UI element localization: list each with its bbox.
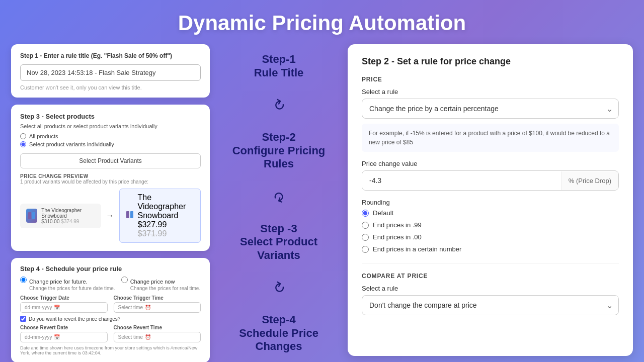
trigger-time-label: Choose Trigger Time bbox=[114, 295, 201, 301]
trigger-time-field: Choose Trigger Time Select time ⏰ bbox=[114, 295, 201, 313]
step4-card: Step 4 - Schedule your price rule Change… bbox=[11, 258, 210, 362]
step1-card: Step 1 - Enter a rule title (Eg. "Flash … bbox=[11, 44, 210, 98]
product-price-after: $327.99 $371.99 bbox=[138, 220, 195, 238]
revert-time-value: Select time bbox=[118, 334, 143, 340]
middle-labels-column: Step-1 Rule Title ↻ Step-2 Configure Pri… bbox=[216, 44, 342, 362]
step4-heading: Step 4 - Schedule your price rule bbox=[20, 265, 201, 273]
price-change-unit: % (Price Drop) bbox=[561, 171, 618, 190]
rounding-99: End prices in .99 bbox=[362, 221, 619, 229]
svg-rect-3 bbox=[130, 211, 133, 218]
rounding-00-label: End prices in .00 bbox=[373, 233, 422, 241]
trigger-date-value: dd-mm-yyyy bbox=[25, 305, 52, 310]
price-preview-section: PRICE CHANGE PREVIEW 1 product variants … bbox=[20, 173, 201, 243]
product-icon-before bbox=[26, 209, 37, 223]
step2-label: Step-2 Configure Pricing Rules bbox=[221, 131, 337, 170]
step4-label: Step-4 Schedule PriceChanges bbox=[239, 313, 318, 353]
svg-rect-1 bbox=[32, 212, 35, 219]
compare-rule-select[interactable]: Don't change the compare at price bbox=[362, 295, 619, 315]
calendar-icon2: 📅 bbox=[54, 334, 60, 340]
rounding-certain: End prices in a certain number bbox=[362, 245, 619, 253]
rounding-certain-label: End prices in a certain number bbox=[373, 245, 461, 253]
trigger-time-input[interactable]: Select time ⏰ bbox=[114, 302, 201, 313]
trigger-date-row: Choose Trigger Date dd-mm-yyyy 📅 Choose … bbox=[20, 295, 201, 313]
svg-rect-0 bbox=[28, 212, 31, 219]
compare-rule-select-wrapper: Don't change the compare at price ⌄ bbox=[362, 295, 619, 315]
revert-date-field: Choose Revert Date dd-mm-yyyy 📅 bbox=[20, 325, 108, 342]
trigger-date-field: Choose Trigger Date dd-mm-yyyy 📅 bbox=[20, 295, 108, 313]
product-icon-after bbox=[126, 211, 134, 221]
step3-radio2-row: Select product variants individually bbox=[20, 141, 201, 147]
product-name-after: The Videographer Snowboard bbox=[138, 193, 195, 220]
revert-date-input[interactable]: dd-mm-yyyy 📅 bbox=[20, 332, 108, 342]
revert-date-value: dd-mm-yyyy bbox=[25, 334, 52, 340]
rounding-label: Rounding bbox=[362, 199, 619, 206]
timezone-note: Date and time shown here uses timezone f… bbox=[20, 345, 201, 355]
step3-radio1-row: All products bbox=[20, 133, 201, 139]
revert-time-field: Choose Revert Time Select time ⏰ bbox=[114, 325, 201, 342]
step4-options-row: Change price for future. Change the pric… bbox=[20, 277, 201, 291]
now-desc: Change the prices for real time. bbox=[130, 286, 201, 291]
change-future-radio[interactable] bbox=[20, 277, 27, 283]
step3-card: Step 3 - Select products Select all prod… bbox=[11, 105, 210, 251]
price-change-input[interactable] bbox=[362, 171, 561, 190]
price-section-title: PRICE bbox=[362, 76, 619, 83]
clock-icon2: ⏰ bbox=[145, 334, 151, 340]
preview-product-after: The Videographer Snowboard $327.99 $371.… bbox=[119, 189, 201, 243]
preview-title: PRICE CHANGE PREVIEW bbox=[20, 173, 201, 179]
product-price-before: $310.00 $374.99 bbox=[41, 219, 95, 224]
revert-time-input[interactable]: Select time ⏰ bbox=[114, 332, 201, 342]
step2-panel: Step 2 - Set a rule for price change PRI… bbox=[348, 44, 633, 356]
rounding-00: End prices in .00 bbox=[362, 233, 619, 241]
rounding-section: Rounding Default End prices in .99 End p… bbox=[362, 199, 619, 253]
price-select-label: Select a rule bbox=[362, 88, 619, 96]
select-product-variants-button[interactable]: Select Product Variants bbox=[20, 153, 201, 168]
arrow1: ↻ bbox=[270, 95, 288, 115]
svg-rect-2 bbox=[126, 211, 129, 218]
price-change-input-row: % (Price Drop) bbox=[362, 170, 619, 191]
step4-option2: Change price now Change the prices for r… bbox=[121, 277, 201, 291]
revert-date-row: Choose Revert Date dd-mm-yyyy 📅 Choose R… bbox=[20, 325, 201, 342]
step1-note: Customer won't see it, only you can view… bbox=[20, 84, 201, 90]
page-title: Dynamic Pricing Automation bbox=[0, 0, 644, 44]
revert-label: Do you want to revert the price changes? bbox=[29, 316, 120, 322]
step2-heading: Step 2 - Set a rule for price change bbox=[362, 56, 619, 67]
rounding-default-label: Default bbox=[373, 209, 393, 217]
rounding-99-label: End prices in .99 bbox=[373, 221, 422, 229]
product-info-before: The Videographer Snowboard $310.00 $374.… bbox=[41, 208, 95, 224]
rule-title-input[interactable] bbox=[20, 64, 201, 81]
all-products-radio[interactable] bbox=[20, 133, 26, 139]
step3-heading: Step 3 - Select products bbox=[20, 113, 201, 120]
arrow3: ↻ bbox=[270, 278, 288, 298]
product-info-after: The Videographer Snowboard $327.99 $371.… bbox=[138, 193, 195, 238]
left-column: Step 1 - Enter a rule title (Eg. "Flash … bbox=[11, 44, 210, 362]
select-variants-radio[interactable] bbox=[20, 141, 26, 147]
trigger-time-value: Select time bbox=[118, 305, 143, 310]
revert-time-label: Choose Revert Time bbox=[114, 325, 201, 330]
revert-date-label: Choose Revert Date bbox=[20, 325, 108, 330]
compare-section-title: COMPARE AT PRICE bbox=[362, 273, 619, 280]
rounding-certain-radio[interactable] bbox=[362, 246, 369, 253]
price-change-label: Price change value bbox=[362, 160, 619, 167]
calendar-icon: 📅 bbox=[54, 305, 60, 310]
price-rule-select[interactable]: Change the price by a certain percentage bbox=[362, 99, 619, 119]
rounding-default-radio[interactable] bbox=[362, 210, 369, 217]
preview-row: The Videographer Snowboard $310.00 $374.… bbox=[20, 189, 201, 243]
revert-checkbox[interactable] bbox=[20, 316, 26, 322]
clock-icon: ⏰ bbox=[145, 305, 151, 310]
section-divider bbox=[362, 263, 619, 263]
preview-product-before: The Videographer Snowboard $310.00 $374.… bbox=[20, 204, 101, 228]
now-label: Change price now bbox=[130, 279, 175, 285]
rounding-99-radio[interactable] bbox=[362, 222, 369, 229]
future-desc: Change the prices for future date time. bbox=[29, 286, 115, 291]
revert-checkbox-row: Do you want to revert the price changes? bbox=[20, 316, 201, 322]
rounding-00-radio[interactable] bbox=[362, 234, 369, 241]
trigger-date-input[interactable]: dd-mm-yyyy 📅 bbox=[20, 302, 108, 313]
future-label: Change price for future. bbox=[29, 279, 88, 285]
compare-select-label: Select a rule bbox=[362, 285, 619, 292]
arrow2: ↻ bbox=[271, 187, 287, 206]
trigger-date-label: Choose Trigger Date bbox=[20, 295, 108, 301]
price-rule-select-wrapper: Change the price by a certain percentage… bbox=[362, 99, 619, 119]
change-now-radio[interactable] bbox=[121, 277, 128, 283]
arrow-right-icon: → bbox=[106, 211, 114, 220]
all-products-label: All products bbox=[29, 133, 58, 139]
